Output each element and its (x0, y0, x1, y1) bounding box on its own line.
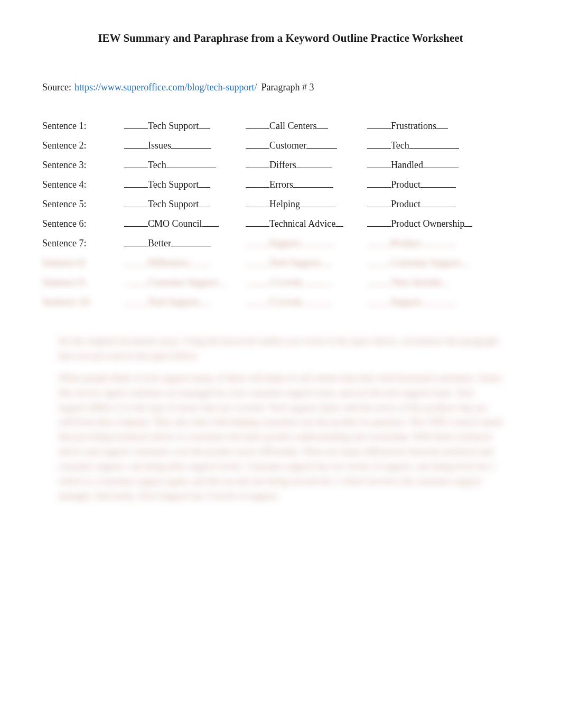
underline-post (302, 276, 332, 285)
summary-paragraph: When people think of tech support many o… (58, 371, 503, 504)
underline-post (166, 159, 216, 168)
underline-pre (367, 198, 391, 207)
keyword-cell: Tech (124, 159, 246, 171)
underline-pre (367, 296, 391, 305)
keyword-text: Errors (269, 179, 293, 190)
keyword-cell: Tech Support (124, 198, 246, 210)
keyword-cell: Better (124, 237, 246, 249)
instructions-block: Set the original document away. Using th… (42, 334, 519, 504)
underline-post (199, 178, 210, 188)
keyword-text: Handled (391, 160, 423, 170)
underline-pre (124, 256, 148, 266)
underline-post (464, 217, 472, 227)
keyword-text: Tech Support (148, 179, 199, 190)
keyword-text: CMO Council (148, 218, 202, 229)
underline-post (409, 139, 459, 149)
underline-post (218, 276, 226, 285)
keyword-cell: Tech Support (246, 256, 367, 269)
underline-pre (367, 237, 391, 246)
keyword-cell: Product (367, 237, 489, 249)
keyword-text: Customer Support (391, 257, 461, 268)
keyword-text: Tech Support (269, 257, 320, 268)
underline-pre (124, 237, 148, 246)
keyword-cell: Call Centers (246, 119, 367, 132)
underline-pre (124, 296, 148, 305)
keyword-text: Support (391, 297, 421, 307)
sentence-label: Sentence 9: (42, 277, 124, 288)
keyword-cell: Tiers Include (367, 276, 489, 288)
underline-pre (124, 276, 148, 285)
sentence-label: Sentence 2: (42, 140, 124, 151)
sentences-list: Sentence 1:Tech SupportCall CentersFrust… (42, 119, 519, 308)
keyword-cell: Technical Advice (246, 217, 367, 229)
underline-pre (367, 276, 391, 285)
underline-post (199, 119, 210, 129)
keyword-cell: Tech Support (124, 119, 246, 132)
keyword-text: 3 Levels (269, 277, 302, 288)
keyword-cell: Difference (124, 256, 246, 269)
keyword-text: Product (391, 238, 420, 248)
sentence-row: Sentence 5:Tech SupportHelpingProduct (42, 198, 519, 210)
sentence-row: Sentence 4:Tech SupportErrorsProduct (42, 178, 519, 190)
underline-post (420, 198, 456, 207)
underline-pre (246, 296, 269, 305)
underline-pre (246, 256, 269, 266)
underline-pre (246, 159, 269, 168)
underline-pre (246, 178, 269, 188)
underline-pre (246, 276, 269, 285)
keyword-text: Difference (148, 257, 189, 268)
sentence-label: Sentence 1: (42, 121, 124, 132)
underline-pre (246, 119, 269, 129)
sentence-label: Sentence 5: (42, 199, 124, 210)
sentence-row: Sentence 7:BetterSupportProduct (42, 237, 519, 249)
source-link[interactable]: https://www.superoffice.com/blog/tech-su… (74, 82, 257, 93)
keyword-text: Helping (269, 199, 300, 209)
underline-post (436, 119, 448, 129)
keyword-cell: CMO Council (124, 217, 246, 229)
sentence-label: Sentence 8: (42, 257, 124, 269)
underline-pre (367, 119, 391, 129)
sentence-label: Sentence 6: (42, 218, 124, 229)
sentence-label: Sentence 4: (42, 179, 124, 190)
underline-pre (367, 256, 391, 266)
keyword-text: Tech Support (148, 297, 199, 307)
underline-pre (246, 237, 269, 246)
underline-post (199, 296, 210, 305)
keyword-text: Product Ownership (391, 218, 464, 229)
underline-post (420, 178, 456, 188)
paragraph-number: Paragraph # 3 (261, 82, 314, 93)
source-label: Source: (42, 82, 71, 93)
underline-pre (124, 159, 148, 168)
instructions-paragraph: Set the original document away. Using th… (58, 334, 503, 364)
underline-post (300, 198, 335, 207)
underline-post (420, 237, 456, 246)
underline-post (306, 139, 337, 149)
keyword-cell: Customer (246, 139, 367, 151)
underline-post (316, 119, 328, 129)
sentence-label: Sentence 3: (42, 160, 124, 171)
keyword-text: Support (269, 238, 300, 248)
keyword-cell: Differs (246, 159, 367, 171)
sentence-row: Sentence 8:DifferenceTech SupportCustome… (42, 256, 519, 269)
keyword-cell: Tech Support (124, 296, 246, 308)
keyword-cell: Handled (367, 159, 489, 171)
keyword-text: Tech (391, 140, 409, 151)
keyword-cell: Frustrations (367, 119, 489, 132)
keyword-cell: Customer Support (124, 276, 246, 288)
sentence-row: Sentence 9:Customer Support3 LevelsTiers… (42, 276, 519, 288)
underline-post (302, 296, 332, 305)
sentence-row: Sentence 10:Tech Support5 LevelsSupport (42, 296, 519, 308)
underline-pre (246, 139, 269, 149)
keyword-text: Technical Advice (269, 218, 335, 229)
underline-pre (124, 217, 148, 227)
keyword-text: 5 Levels (269, 297, 302, 307)
keyword-text: Tech Support (148, 199, 199, 209)
underline-post (461, 256, 469, 266)
underline-post (300, 237, 335, 246)
keyword-cell: Product (367, 178, 489, 190)
underline-pre (367, 139, 391, 149)
underline-post (296, 159, 332, 168)
keyword-text: Issues (148, 140, 171, 151)
underline-post (421, 296, 456, 305)
underline-pre (367, 178, 391, 188)
